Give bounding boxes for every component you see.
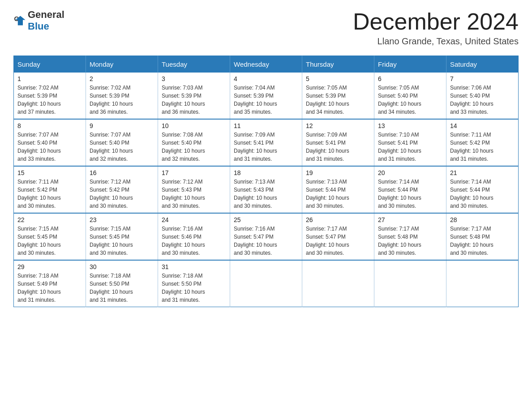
- weekday-header-tuesday: Tuesday: [158, 56, 230, 73]
- day-number: 31: [162, 263, 226, 270]
- day-number: 7: [450, 75, 515, 82]
- day-info: Sunrise: 7:17 AMSunset: 5:48 PMDaylight:…: [378, 225, 442, 257]
- day-info: Sunrise: 7:09 AMSunset: 5:41 PMDaylight:…: [234, 131, 298, 163]
- day-info: Sunrise: 7:16 AMSunset: 5:46 PMDaylight:…: [162, 225, 226, 257]
- day-number: 5: [306, 75, 370, 82]
- day-info: Sunrise: 7:17 AMSunset: 5:47 PMDaylight:…: [306, 225, 370, 257]
- day-info: Sunrise: 7:07 AMSunset: 5:40 PMDaylight:…: [17, 131, 82, 163]
- calendar-cell: 19Sunrise: 7:13 AMSunset: 5:44 PMDayligh…: [302, 166, 374, 213]
- calendar-cell: 11Sunrise: 7:09 AMSunset: 5:41 PMDayligh…: [230, 119, 302, 166]
- day-number: 3: [162, 75, 226, 82]
- day-info: Sunrise: 7:02 AMSunset: 5:39 PMDaylight:…: [90, 84, 154, 116]
- day-number: 22: [17, 216, 82, 223]
- day-info: Sunrise: 7:15 AMSunset: 5:45 PMDaylight:…: [17, 225, 82, 257]
- location-title: Llano Grande, Texas, United States: [353, 36, 519, 47]
- calendar-cell: 26Sunrise: 7:17 AMSunset: 5:47 PMDayligh…: [302, 213, 374, 260]
- calendar-cell: 2Sunrise: 7:02 AMSunset: 5:39 PMDaylight…: [86, 73, 158, 119]
- calendar-cell: 16Sunrise: 7:12 AMSunset: 5:42 PMDayligh…: [86, 166, 158, 213]
- calendar-cell: 13Sunrise: 7:10 AMSunset: 5:41 PMDayligh…: [374, 119, 446, 166]
- calendar-cell: 7Sunrise: 7:06 AMSunset: 5:40 PMDaylight…: [446, 73, 519, 119]
- day-info: Sunrise: 7:11 AMSunset: 5:42 PMDaylight:…: [450, 131, 515, 163]
- calendar-cell: 14Sunrise: 7:11 AMSunset: 5:42 PMDayligh…: [446, 119, 519, 166]
- calendar-cell: 9Sunrise: 7:07 AMSunset: 5:40 PMDaylight…: [86, 119, 158, 166]
- page-header: G General Blue December 2024 Llano Grand…: [13, 9, 519, 47]
- logo-text-general: General: [28, 9, 64, 20]
- day-info: Sunrise: 7:18 AMSunset: 5:49 PMDaylight:…: [17, 272, 82, 304]
- weekday-header-sunday: Sunday: [14, 56, 86, 73]
- day-info: Sunrise: 7:17 AMSunset: 5:48 PMDaylight:…: [450, 225, 515, 257]
- calendar-cell: 29Sunrise: 7:18 AMSunset: 5:49 PMDayligh…: [14, 260, 86, 307]
- day-number: 15: [17, 169, 82, 176]
- calendar-cell: 18Sunrise: 7:13 AMSunset: 5:43 PMDayligh…: [230, 166, 302, 213]
- calendar-cell: 30Sunrise: 7:18 AMSunset: 5:50 PMDayligh…: [86, 260, 158, 307]
- calendar-cell: 6Sunrise: 7:05 AMSunset: 5:40 PMDaylight…: [374, 73, 446, 119]
- week-row-1: 1Sunrise: 7:02 AMSunset: 5:39 PMDaylight…: [14, 73, 519, 119]
- month-title: December 2024: [353, 9, 519, 34]
- day-info: Sunrise: 7:09 AMSunset: 5:41 PMDaylight:…: [306, 131, 370, 163]
- day-info: Sunrise: 7:11 AMSunset: 5:42 PMDaylight:…: [17, 178, 82, 210]
- day-info: Sunrise: 7:06 AMSunset: 5:40 PMDaylight:…: [450, 84, 515, 116]
- day-number: 26: [306, 216, 370, 223]
- day-number: 6: [378, 75, 442, 82]
- day-info: Sunrise: 7:07 AMSunset: 5:40 PMDaylight:…: [90, 131, 154, 163]
- day-info: Sunrise: 7:15 AMSunset: 5:45 PMDaylight:…: [90, 225, 154, 257]
- calendar-cell: 24Sunrise: 7:16 AMSunset: 5:46 PMDayligh…: [158, 213, 230, 260]
- day-number: 1: [17, 75, 82, 82]
- weekday-header-friday: Friday: [374, 56, 446, 73]
- day-info: Sunrise: 7:10 AMSunset: 5:41 PMDaylight:…: [378, 131, 442, 163]
- weekday-header-row: SundayMondayTuesdayWednesdayThursdayFrid…: [14, 56, 519, 73]
- weekday-header-thursday: Thursday: [302, 56, 374, 73]
- weekday-header-wednesday: Wednesday: [230, 56, 302, 73]
- calendar-table: SundayMondayTuesdayWednesdayThursdayFrid…: [13, 56, 519, 307]
- calendar-cell: 21Sunrise: 7:14 AMSunset: 5:44 PMDayligh…: [446, 166, 519, 213]
- day-number: 19: [306, 169, 370, 176]
- calendar-cell: 3Sunrise: 7:03 AMSunset: 5:39 PMDaylight…: [158, 73, 230, 119]
- week-row-4: 22Sunrise: 7:15 AMSunset: 5:45 PMDayligh…: [14, 213, 519, 260]
- calendar-cell: 15Sunrise: 7:11 AMSunset: 5:42 PMDayligh…: [14, 166, 86, 213]
- calendar-cell: 22Sunrise: 7:15 AMSunset: 5:45 PMDayligh…: [14, 213, 86, 260]
- day-number: 4: [234, 75, 298, 82]
- calendar-cell: 5Sunrise: 7:05 AMSunset: 5:39 PMDaylight…: [302, 73, 374, 119]
- day-number: 17: [162, 169, 226, 176]
- day-number: 24: [162, 216, 226, 223]
- calendar-cell: 25Sunrise: 7:16 AMSunset: 5:47 PMDayligh…: [230, 213, 302, 260]
- calendar-cell: 10Sunrise: 7:08 AMSunset: 5:40 PMDayligh…: [158, 119, 230, 166]
- day-info: Sunrise: 7:14 AMSunset: 5:44 PMDaylight:…: [378, 178, 442, 210]
- day-info: Sunrise: 7:03 AMSunset: 5:39 PMDaylight:…: [162, 84, 226, 116]
- calendar-cell: 17Sunrise: 7:12 AMSunset: 5:43 PMDayligh…: [158, 166, 230, 213]
- day-info: Sunrise: 7:13 AMSunset: 5:44 PMDaylight:…: [306, 178, 370, 210]
- logo-text-blue: Blue: [28, 21, 49, 32]
- calendar-cell: 27Sunrise: 7:17 AMSunset: 5:48 PMDayligh…: [374, 213, 446, 260]
- day-number: 13: [378, 122, 442, 129]
- day-number: 11: [234, 122, 298, 129]
- day-info: Sunrise: 7:16 AMSunset: 5:47 PMDaylight:…: [234, 225, 298, 257]
- day-number: 16: [90, 169, 154, 176]
- title-area: December 2024 Llano Grande, Texas, Unite…: [353, 9, 519, 47]
- weekday-header-monday: Monday: [86, 56, 158, 73]
- day-info: Sunrise: 7:05 AMSunset: 5:40 PMDaylight:…: [378, 84, 442, 116]
- calendar-cell: [446, 260, 519, 307]
- week-row-2: 8Sunrise: 7:07 AMSunset: 5:40 PMDaylight…: [14, 119, 519, 166]
- calendar-cell: [302, 260, 374, 307]
- day-number: 12: [306, 122, 370, 129]
- week-row-5: 29Sunrise: 7:18 AMSunset: 5:49 PMDayligh…: [14, 260, 519, 307]
- day-info: Sunrise: 7:05 AMSunset: 5:39 PMDaylight:…: [306, 84, 370, 116]
- day-info: Sunrise: 7:14 AMSunset: 5:44 PMDaylight:…: [450, 178, 515, 210]
- calendar-cell: [374, 260, 446, 307]
- day-number: 29: [17, 263, 82, 270]
- calendar-cell: 1Sunrise: 7:02 AMSunset: 5:39 PMDaylight…: [14, 73, 86, 119]
- day-number: 28: [450, 216, 515, 223]
- day-number: 23: [90, 216, 154, 223]
- day-number: 25: [234, 216, 298, 223]
- day-number: 2: [90, 75, 154, 82]
- day-info: Sunrise: 7:13 AMSunset: 5:43 PMDaylight:…: [234, 178, 298, 210]
- day-number: 10: [162, 122, 226, 129]
- calendar-cell: [230, 260, 302, 307]
- logo[interactable]: G General Blue: [13, 9, 64, 32]
- calendar-cell: 4Sunrise: 7:04 AMSunset: 5:39 PMDaylight…: [230, 73, 302, 119]
- logo-icon: G: [13, 14, 26, 27]
- calendar-cell: 20Sunrise: 7:14 AMSunset: 5:44 PMDayligh…: [374, 166, 446, 213]
- day-number: 27: [378, 216, 442, 223]
- day-number: 9: [90, 122, 154, 129]
- day-number: 8: [17, 122, 82, 129]
